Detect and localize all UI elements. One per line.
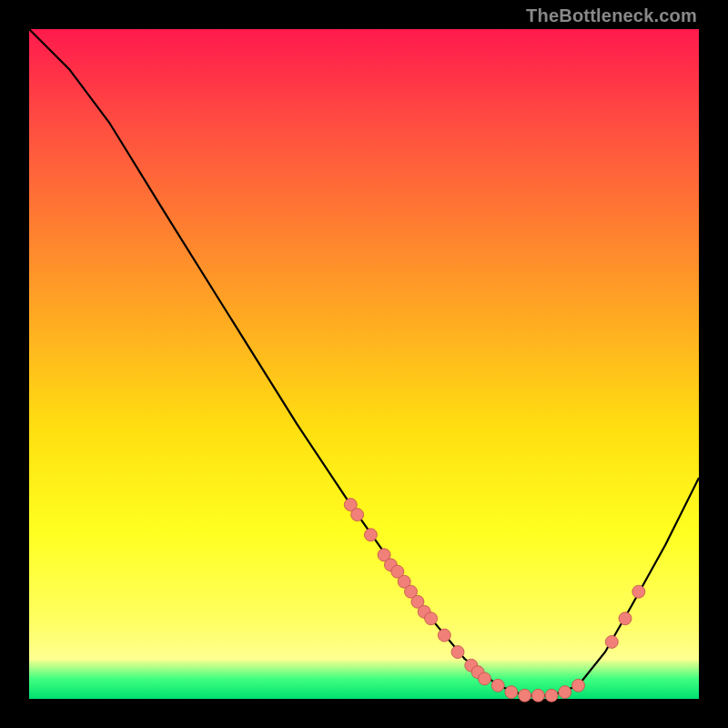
data-points-group bbox=[344, 499, 645, 703]
data-point bbox=[425, 612, 438, 625]
data-point bbox=[479, 672, 491, 685]
data-point bbox=[559, 686, 571, 699]
data-point bbox=[451, 646, 464, 659]
bottleneck-curve bbox=[29, 29, 699, 695]
data-point bbox=[519, 689, 531, 702]
data-point bbox=[491, 679, 504, 692]
data-point bbox=[605, 635, 618, 648]
data-point bbox=[364, 529, 377, 541]
watermark-text: TheBottleneck.com bbox=[526, 5, 697, 26]
data-point bbox=[545, 689, 558, 702]
data-point bbox=[505, 686, 518, 699]
chart-svg bbox=[29, 29, 699, 699]
data-point bbox=[531, 689, 544, 702]
data-point bbox=[351, 509, 364, 521]
data-point bbox=[438, 629, 450, 642]
chart-plot-area bbox=[29, 29, 699, 699]
data-point bbox=[572, 679, 585, 692]
data-point bbox=[619, 612, 632, 625]
data-point bbox=[632, 585, 645, 598]
